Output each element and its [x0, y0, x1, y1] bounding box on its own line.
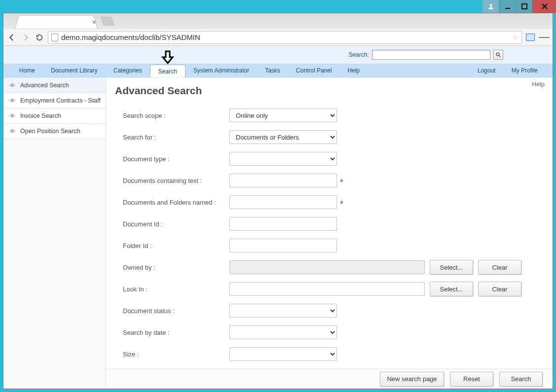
page-help-link[interactable]: Help [532, 81, 545, 88]
sidebar-item-label: Open Position Search [20, 128, 80, 135]
svg-rect-2 [522, 4, 527, 9]
select-document-type[interactable] [229, 152, 337, 166]
svg-point-0 [489, 4, 492, 6]
menu-help[interactable]: Help [340, 64, 368, 77]
input-look-in[interactable] [229, 282, 425, 296]
wildcard-asterisk-icon: * [340, 199, 343, 210]
label-document-type: Document type : [123, 155, 229, 163]
browser-tab[interactable]: × [9, 14, 103, 29]
global-search-label: Search: [349, 51, 369, 58]
select-search-scope[interactable]: Online only [229, 108, 337, 122]
sidebar-item-employment-contracts[interactable]: 👁 Employment Contracts - Staff [3, 93, 106, 108]
look-in-select-button[interactable]: Select... [430, 282, 473, 296]
input-owned-by[interactable] [229, 260, 425, 274]
sidebar: 👁 Advanced Search 👁 Employment Contracts… [3, 78, 106, 389]
menu-categories[interactable]: Categories [106, 64, 150, 77]
svg-point-5 [496, 53, 499, 56]
wildcard-asterisk-icon: * [340, 178, 343, 188]
input-docs-folders-named[interactable] [229, 195, 337, 209]
back-icon[interactable] [6, 32, 17, 43]
footer-actions: New search page Reset Search [106, 369, 553, 389]
label-search-by-date: Search by date : [123, 329, 229, 336]
address-bar[interactable]: demo.magiqdocuments/doclib/SYSADMIN ☆ [48, 31, 522, 44]
label-search-scope: Search scope : [123, 112, 229, 119]
window-close-button[interactable] [532, 0, 556, 13]
sidebar-item-label: Advanced Search [20, 82, 69, 89]
main-column: Help Advanced Search Search scope : Onli… [106, 78, 553, 389]
global-search-button[interactable] [493, 50, 503, 60]
browser-menu-icon[interactable] [539, 32, 550, 43]
menu-search[interactable]: Search [150, 65, 185, 77]
label-owned-by: Owned by : [123, 264, 229, 271]
menu-system-administrator[interactable]: System Administrator [185, 64, 257, 77]
panel-toggle-icon[interactable] [525, 32, 536, 43]
input-folder-id[interactable] [229, 239, 337, 252]
browser-tabstrip: × [3, 13, 553, 29]
label-document-status: Document status : [123, 307, 229, 315]
look-in-clear-button[interactable]: Clear [478, 282, 521, 296]
menu-control-panel[interactable]: Control Panel [288, 64, 340, 77]
body-split: 👁 Advanced Search 👁 Employment Contracts… [3, 77, 553, 389]
eye-icon: 👁 [8, 82, 16, 89]
select-size[interactable] [229, 347, 337, 361]
label-folder-id: Folder Id : [123, 242, 229, 249]
browser-window: × demo.magiqdocuments/doclib/SYSADMIN ☆ … [3, 13, 553, 389]
menu-logout[interactable]: Logout [470, 64, 504, 77]
menu-search-label: Search [158, 68, 177, 75]
sidebar-item-open-position-search[interactable]: 👁 Open Position Search [3, 124, 106, 139]
label-search-for: Search for : [123, 134, 229, 141]
search-button[interactable]: Search [499, 372, 543, 387]
sidebar-item-label: Invoice Search [20, 112, 61, 119]
url-text: demo.magiqdocuments/doclib/SYSADMIN [61, 33, 509, 41]
eye-icon: 👁 [8, 112, 16, 120]
owned-by-select-button[interactable]: Select... [430, 260, 473, 275]
window-minimize-button[interactable] [499, 0, 516, 13]
svg-line-6 [499, 56, 501, 57]
label-size: Size : [123, 351, 229, 358]
eye-icon: 👁 [8, 97, 16, 105]
page-title: Advanced Search [106, 78, 553, 101]
reload-icon[interactable] [34, 32, 45, 43]
window-titlebar [0, 0, 556, 13]
sidebar-item-advanced-search[interactable]: 👁 Advanced Search [3, 78, 106, 93]
select-search-by-date[interactable] [229, 325, 337, 339]
menu-tasks[interactable]: Tasks [257, 64, 288, 77]
search-form: Search scope : Online only Search for : … [106, 101, 553, 369]
main-menu: Home Document Library Categories Search … [3, 64, 553, 77]
owned-by-clear-button[interactable]: Clear [478, 260, 521, 275]
label-docs-folders-named: Documents and Folders named : [123, 199, 229, 206]
label-document-id: Document Id : [123, 220, 229, 228]
page-icon [51, 34, 58, 41]
bookmark-star-icon[interactable]: ☆ [512, 33, 519, 42]
label-containing-text: Documents containing text : [123, 177, 229, 184]
global-search-input[interactable] [372, 50, 490, 60]
reset-button[interactable]: Reset [450, 372, 493, 387]
sidebar-item-label: Employment Contracts - Staff [20, 97, 101, 104]
menu-document-library[interactable]: Document Library [43, 64, 106, 77]
new-search-page-button[interactable]: New search page [380, 372, 444, 387]
highlight-arrow-icon [161, 50, 174, 66]
sidebar-item-invoice-search[interactable]: 👁 Invoice Search [3, 108, 106, 124]
forward-icon[interactable] [20, 32, 31, 43]
global-search-bar: Search: [3, 46, 553, 64]
menu-home[interactable]: Home [11, 64, 43, 77]
browser-toolbar: demo.magiqdocuments/doclib/SYSADMIN ☆ [3, 29, 553, 46]
tab-close-icon[interactable]: × [92, 18, 96, 26]
input-containing-text[interactable] [229, 174, 337, 187]
user-account-icon[interactable] [482, 0, 499, 13]
label-look-in: Look In : [123, 285, 229, 293]
app-container: Search: Home Document Library Categories… [3, 46, 553, 389]
menu-my-profile[interactable]: My Profile [504, 64, 546, 77]
window-maximize-button[interactable] [516, 0, 532, 13]
eye-icon: 👁 [8, 128, 16, 135]
select-document-status[interactable] [229, 304, 337, 318]
svg-rect-1 [505, 8, 510, 9]
select-search-for[interactable]: Documents or Folders [229, 130, 337, 144]
input-document-id[interactable] [229, 217, 337, 231]
